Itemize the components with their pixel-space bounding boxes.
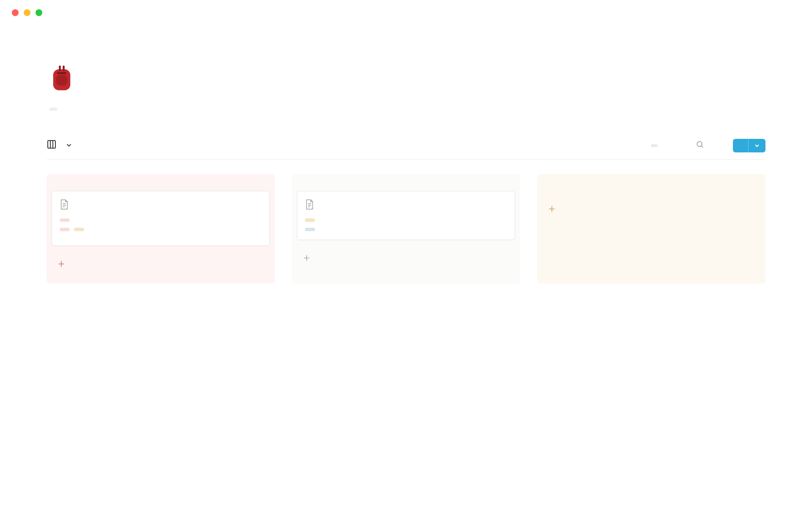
column-header[interactable] [297,182,515,191]
card[interactable] [297,191,515,240]
view-switcher[interactable] [47,139,73,152]
tag-bug [60,228,70,231]
svg-rect-2 [59,66,61,72]
new-button-dropdown[interactable] [748,139,765,152]
card[interactable] [52,191,270,246]
tag-product-request [305,228,315,231]
plus-icon: ＋ [56,256,67,271]
chevron-down-icon [65,140,73,152]
column-this-week: ＋ [537,174,765,284]
tag-row [305,228,507,231]
tag-row [305,218,507,222]
hint-code-pill [49,108,58,111]
tag-row [60,228,262,231]
svg-point-8 [697,141,702,146]
svg-rect-3 [63,66,65,72]
svg-rect-5 [48,141,55,148]
plus-icon: ＋ [301,250,312,265]
window-minimize-icon[interactable] [24,9,30,16]
column-header[interactable] [542,182,760,191]
new-button[interactable] [733,139,748,152]
search-button[interactable] [696,140,708,151]
plus-icon: ＋ [546,201,557,216]
window-close-icon[interactable] [12,9,19,16]
tag-row [60,218,262,222]
page-icon [60,199,69,213]
window-zoom-icon[interactable] [36,9,42,16]
new-badge [651,144,658,147]
column-new-button[interactable]: ＋ [542,199,760,218]
tag-priority-medium [305,218,315,222]
column-header[interactable] [52,182,270,191]
search-icon [696,140,704,151]
column-next-up: ＋ [292,174,520,284]
column-new-button[interactable]: ＋ [52,254,270,273]
page-icon-backpack[interactable] [47,63,77,95]
page-header [47,63,765,95]
board-view-icon [47,139,57,152]
page-icon [305,199,314,213]
view-toolbar-right [623,139,765,152]
window-controls [0,0,812,16]
page-root: ＋ [0,16,812,284]
kanban-board: ＋ [47,174,765,284]
column-new-button[interactable]: ＋ [297,248,515,268]
tag-priority-high [60,218,70,222]
hint-line[interactable] [47,108,765,111]
svg-rect-4 [57,72,67,75]
database-viewbar [47,139,765,160]
subgroup-button[interactable] [648,144,658,147]
tag-user-need [74,228,84,231]
new-button-group [733,139,765,152]
svg-rect-1 [56,75,68,86]
svg-line-9 [702,146,703,148]
column-not-started: ＋ [47,174,275,284]
